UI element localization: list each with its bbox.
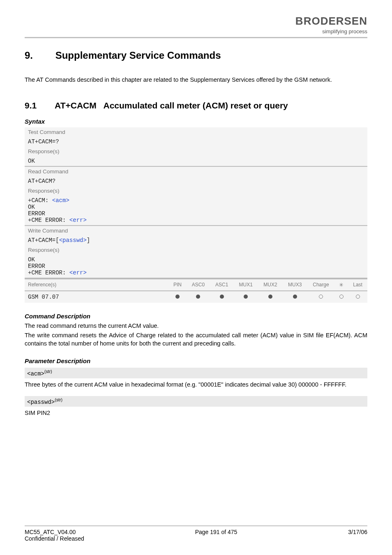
chapter-title: Supplementary Service Commands: [55, 50, 221, 61]
read-command: AT+CACM?: [25, 176, 367, 186]
param-acm-name: <acm>: [27, 371, 44, 377]
dot-mux1: [233, 291, 258, 303]
ref-col-pin: PIN: [168, 279, 187, 291]
dot-asc1: [210, 291, 233, 303]
ref-col-charge: Charge: [307, 279, 334, 291]
section-cmd: AT+CACM: [55, 101, 97, 110]
read-response: +CACM: <acm> OK ERROR +CME ERROR: <err>: [25, 196, 367, 226]
param-passwd-type: (str): [55, 397, 62, 402]
syntax-table: Test Command AT+CACM=? Response(s) OK Re…: [25, 127, 367, 303]
param-acm-desc: Three bytes of the current ACM value in …: [25, 381, 367, 389]
brand-tagline: simplifying process: [295, 28, 367, 35]
test-command: AT+CACM=?: [25, 137, 367, 147]
dot-charge: [307, 291, 334, 303]
ref-col-mux3: MUX3: [283, 279, 307, 291]
chapter-heading: 9. Supplementary Service Commands: [25, 50, 367, 61]
footer-classification: Confidential / Released: [25, 535, 84, 542]
responses-label: Response(s): [25, 245, 367, 255]
responses-label: Response(s): [25, 186, 367, 196]
footer-page-number: Page 191 of 475: [195, 529, 238, 542]
dot-pin: [168, 291, 187, 303]
test-command-label: Test Command: [25, 127, 367, 137]
logo: BRODERSEN simplifying process: [295, 15, 367, 35]
section-number: 9.1: [25, 101, 53, 111]
ref-col-mux1: MUX1: [233, 279, 258, 291]
footer-left: MC55_ATC_V04.00 Confidential / Released: [25, 529, 84, 542]
param-acm-type: (str): [44, 369, 52, 374]
chapter-intro: The AT Commands described in this chapte…: [25, 76, 367, 84]
page-header: BRODERSEN simplifying process: [25, 15, 367, 38]
dot-mux3: [283, 291, 307, 303]
ref-col-asc1: ASC1: [210, 279, 233, 291]
param-passwd-desc: SIM PIN2: [25, 409, 367, 417]
dot-asc0: [187, 291, 210, 303]
write-command-label: Write Command: [25, 226, 367, 235]
param-passwd-box: <passwd>(str): [25, 396, 367, 407]
section-heading: 9.1 AT+CACM Accumulated call meter (ACM)…: [25, 101, 367, 111]
parameter-description-label: Parameter Description: [25, 357, 367, 364]
command-description-label: Command Description: [25, 313, 367, 320]
test-response: OK: [25, 156, 367, 166]
reference-value: GSM 07.07: [25, 291, 168, 303]
read-command-label: Read Command: [25, 166, 367, 176]
page-footer: MC55_ATC_V04.00 Confidential / Released …: [25, 525, 367, 542]
param-passwd-name: <passwd>: [27, 399, 55, 405]
chapter-number: 9.: [25, 50, 53, 61]
write-response: OK ERROR +CME ERROR: <err>: [25, 255, 367, 278]
param-acm-box: <acm>(str): [25, 368, 367, 378]
ref-col-asc0: ASC0: [187, 279, 210, 291]
syntax-label: Syntax: [25, 118, 367, 125]
cmd-desc-p2: The write command resets the Advice of C…: [25, 332, 367, 348]
responses-label: Response(s): [25, 147, 367, 156]
references-label: Reference(s): [25, 279, 168, 291]
cmd-desc-p1: The read command returns the current ACM…: [25, 322, 367, 330]
footer-doc-id: MC55_ATC_V04.00: [25, 529, 84, 535]
brand-wordmark: BRODERSEN: [295, 15, 367, 28]
dot-mux2: [258, 291, 283, 303]
urc-icon: ✳: [339, 282, 344, 288]
write-command: AT+CACM=[<passwd>]: [25, 235, 367, 245]
ref-col-last: Last: [348, 279, 367, 291]
footer-date: 3/17/06: [348, 529, 367, 542]
ref-col-urc: ✳: [334, 279, 348, 291]
dot-last: [348, 291, 367, 303]
dot-urc: [334, 291, 348, 303]
ref-col-mux2: MUX2: [258, 279, 283, 291]
section-title: Accumulated call meter (ACM) reset or qu…: [104, 101, 288, 110]
